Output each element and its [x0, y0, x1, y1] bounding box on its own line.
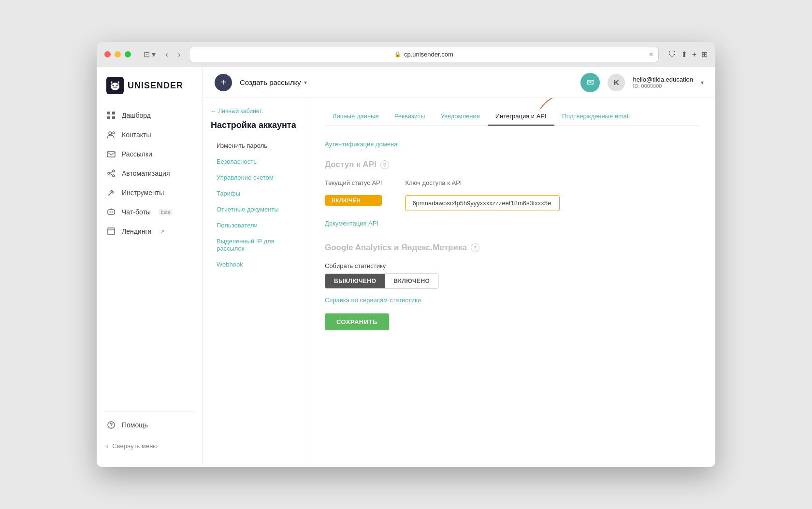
api-help-icon[interactable]: ?: [380, 160, 389, 169]
collapse-menu-button[interactable]: ‹ Свернуть меню: [106, 442, 193, 450]
stats-help-link[interactable]: Справка по сервисам статистики: [325, 297, 700, 304]
api-key-label: Ключ доступа к API: [405, 179, 560, 186]
help-label: Помощь: [122, 421, 148, 429]
app: UNISENDER Дашборд Контакты: [97, 67, 715, 467]
collapse-label: Свернуть меню: [112, 442, 158, 450]
back-button[interactable]: ‹: [162, 48, 171, 61]
automation-icon: [106, 169, 116, 178]
api-status-col: Текущий статус API ВКЛЮЧЁН: [325, 179, 382, 206]
main-tabs: Личные данные Реквизиты Уведомления Инте…: [325, 108, 700, 126]
api-status-label: Текущий статус API: [325, 179, 382, 186]
automation-label: Автоматизация: [122, 170, 170, 177]
save-button[interactable]: СОХРАНИТЬ: [325, 313, 389, 330]
svg-point-20: [111, 427, 112, 428]
mailings-icon: [106, 149, 116, 159]
help-icon: [106, 420, 116, 430]
dedicated-ip-item[interactable]: Выделенный IP для рассылок: [211, 234, 301, 256]
notifications-button[interactable]: ✉: [580, 73, 600, 92]
chatbots-label: Чат-боты: [122, 208, 151, 216]
api-title-text: Доступ к API: [325, 160, 377, 170]
chatbots-icon: [106, 207, 116, 217]
forward-button[interactable]: ›: [175, 48, 183, 61]
landings-ext-icon: ↗: [160, 228, 164, 235]
svg-point-17: [112, 212, 113, 212]
toggle-off-button[interactable]: ВЫКЛЮЧЕНО: [325, 274, 385, 288]
tariffs-item[interactable]: Тарифы: [211, 186, 301, 201]
url-bar[interactable]: 🔒 cp.unisender.com ✕: [189, 47, 659, 62]
fullscreen-button[interactable]: [125, 51, 131, 57]
svg-point-16: [110, 212, 111, 212]
new-tab-button[interactable]: +: [692, 50, 696, 59]
tab-domain-auth[interactable]: Аутентификация домена: [325, 138, 397, 151]
dashboard-icon: [106, 111, 116, 120]
security-item[interactable]: Безопасность: [211, 154, 301, 169]
svg-rect-8: [112, 116, 115, 119]
tools-icon: [106, 188, 116, 198]
create-icon-button[interactable]: +: [215, 74, 232, 91]
tab-overview-button[interactable]: ⊞: [701, 50, 708, 59]
sidebar-item-landings[interactable]: Лендинги ↗: [97, 222, 203, 241]
user-chevron-icon[interactable]: ▾: [701, 79, 704, 86]
left-panel: ← Личный кабинет: Настройка аккаунта Изм…: [203, 98, 309, 467]
sidebar-bottom: ‹ Свернуть меню: [97, 435, 203, 457]
sidebar-item-contacts[interactable]: Контакты: [97, 125, 203, 144]
svg-rect-18: [108, 228, 115, 235]
titlebar: ⊡ ▾ ‹ › 🔒 cp.unisender.com ✕ 🛡 ⬆ + ⊞: [97, 42, 715, 67]
svg-point-12: [108, 172, 110, 174]
user-id: ID: 0000000: [633, 83, 693, 89]
analytics-section: Google Analytics и Яндекс.Метрика ? Соби…: [325, 243, 700, 330]
sidebar-item-chatbots[interactable]: Чат-боты beta: [97, 202, 203, 222]
svg-point-4: [114, 86, 116, 88]
collect-stats-label: Собирать статистику: [325, 262, 700, 269]
privacy-icon-button[interactable]: 🛡: [668, 50, 676, 59]
sidebar-item-mailings[interactable]: Рассылки: [97, 144, 203, 164]
sidebar-item-tools[interactable]: Инструменты: [97, 183, 203, 202]
titlebar-nav-controls: ⊡ ▾ ‹ ›: [141, 48, 183, 61]
sidebar: UNISENDER Дашборд Контакты: [97, 67, 203, 467]
toggle-on-button[interactable]: ВКЛЮЧЕНО: [385, 274, 438, 288]
top-bar-right: ✉ K hello@tilda.education ID: 0000000 ▾: [580, 73, 704, 92]
content-area: ← Личный кабинет: Настройка аккаунта Изм…: [203, 98, 715, 467]
share-button[interactable]: ⬆: [681, 50, 687, 59]
user-avatar[interactable]: K: [608, 74, 625, 91]
logo-text: UNISENDER: [128, 81, 183, 91]
url-text: cp.unisender.com: [404, 51, 453, 58]
lock-icon: 🔒: [394, 51, 401, 57]
change-password-item[interactable]: Изменить пароль: [211, 138, 301, 153]
create-mailing-button[interactable]: Создать рассылку ▾: [240, 78, 307, 86]
svg-rect-7: [107, 116, 110, 119]
window-icon-button[interactable]: ⊡ ▾: [141, 48, 159, 61]
svg-point-9: [109, 132, 112, 135]
tab-confirmed-email[interactable]: Подтвержденные email: [554, 108, 638, 126]
sidebar-item-help[interactable]: Помощь: [97, 415, 203, 435]
svg-rect-11: [107, 152, 115, 157]
api-docs-link[interactable]: Документация API: [325, 220, 378, 227]
tab-integration[interactable]: Интеграция и API: [488, 108, 554, 126]
analytics-help-icon[interactable]: ?: [471, 243, 479, 252]
webhook-item[interactable]: Webhook: [211, 257, 301, 272]
tab-personal[interactable]: Личные данные: [325, 108, 387, 126]
tab-notifications[interactable]: Уведомления: [433, 108, 487, 126]
dashboard-label: Дашборд: [122, 112, 151, 119]
back-to-account-link[interactable]: ← Личный кабинет:: [211, 108, 301, 114]
tab-requisites[interactable]: Реквизиты: [387, 108, 433, 126]
sidebar-item-automation[interactable]: Автоматизация: [97, 164, 203, 183]
reports-item[interactable]: Отчетные документы: [211, 202, 301, 217]
url-close-icon[interactable]: ✕: [649, 51, 653, 58]
mailings-label: Рассылки: [122, 150, 152, 158]
right-panel: Личные данные Реквизиты Уведомления Инте…: [309, 98, 715, 467]
api-row: Текущий статус API ВКЛЮЧЁН Ключ доступа …: [325, 179, 700, 211]
close-button[interactable]: [104, 51, 111, 57]
top-bar: + Создать рассылку ▾ ✉ K hello@tilda.edu…: [203, 67, 715, 98]
api-key-input[interactable]: [405, 195, 560, 211]
minimize-button[interactable]: [115, 51, 121, 57]
api-section-title: Доступ к API ?: [325, 160, 700, 170]
contacts-label: Контакты: [122, 131, 151, 139]
svg-point-2: [113, 85, 114, 86]
users-item[interactable]: Пользователи: [211, 218, 301, 233]
svg-rect-6: [112, 112, 115, 114]
sidebar-item-dashboard[interactable]: Дашборд: [97, 106, 203, 125]
manage-account-item[interactable]: Управление счетом: [211, 170, 301, 185]
main-area: + Создать рассылку ▾ ✉ K hello@tilda.edu…: [203, 67, 715, 467]
panel-title: Настройка аккаунта: [211, 120, 301, 130]
